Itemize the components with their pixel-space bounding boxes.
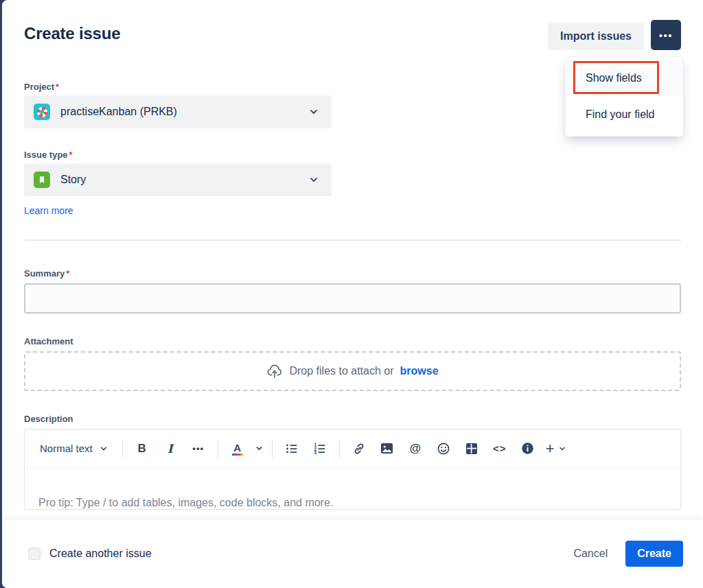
link-button[interactable] bbox=[348, 438, 370, 460]
required-asterisk: * bbox=[69, 150, 73, 160]
page-title: Create issue bbox=[24, 20, 120, 43]
chevron-down-icon bbox=[99, 444, 108, 454]
color-bar-icon bbox=[232, 454, 243, 456]
issue-type-label: Issue type* bbox=[24, 150, 681, 160]
section-divider bbox=[24, 239, 681, 241]
issue-type-select-value: Story bbox=[60, 174, 86, 186]
toolbar-divider bbox=[339, 440, 340, 458]
chevron-down-icon bbox=[308, 174, 319, 185]
info-icon bbox=[521, 442, 534, 455]
chevron-down-icon bbox=[558, 445, 566, 453]
project-select[interactable]: practiseKanban (PRKB) bbox=[24, 95, 332, 128]
project-select-value: practiseKanban (PRKB) bbox=[60, 106, 177, 118]
required-asterisk: * bbox=[66, 268, 69, 279]
description-editor: Normal text B I ••• A bbox=[24, 429, 681, 510]
code-icon: <> bbox=[493, 443, 507, 454]
table-button[interactable] bbox=[461, 438, 483, 460]
chevron-down-icon bbox=[308, 106, 319, 117]
description-input[interactable]: Pro tip: Type / to add tables, images, c… bbox=[25, 468, 680, 510]
text-format-overflow-button[interactable]: ••• bbox=[187, 438, 209, 460]
create-another-label: Create another issue bbox=[49, 548, 152, 560]
mention-button[interactable]: @ bbox=[404, 438, 426, 460]
chevron-down-icon bbox=[255, 444, 264, 453]
mention-icon: @ bbox=[409, 442, 421, 456]
svg-text:3: 3 bbox=[314, 450, 316, 455]
story-icon bbox=[34, 172, 50, 188]
italic-icon: I bbox=[168, 442, 173, 456]
create-button[interactable]: Create bbox=[625, 541, 683, 567]
toolbar-divider bbox=[122, 440, 123, 458]
text-color-icon: A bbox=[233, 443, 241, 452]
ellipsis-icon: ••• bbox=[659, 30, 673, 41]
insert-more-button[interactable]: + bbox=[545, 438, 567, 460]
issue-type-select[interactable]: Story bbox=[24, 163, 332, 196]
modal-header: Create issue Import issues ••• bbox=[24, 0, 681, 50]
plus-icon: + bbox=[546, 440, 555, 458]
editor-toolbar: Normal text B I ••• A bbox=[25, 430, 680, 468]
header-actions: Import issues ••• bbox=[548, 20, 681, 50]
numbered-list-button[interactable]: 123 bbox=[309, 438, 331, 460]
bullet-list-button[interactable] bbox=[281, 438, 303, 460]
ellipsis-icon: ••• bbox=[192, 443, 204, 454]
code-block-button[interactable]: <> bbox=[489, 438, 511, 460]
emoji-button[interactable] bbox=[433, 438, 454, 460]
browse-link[interactable]: browse bbox=[400, 365, 439, 377]
attachment-dropzone[interactable]: Drop files to attach or browse bbox=[24, 351, 681, 391]
create-issue-modal: Create issue Import issues ••• Project* … bbox=[2, 0, 703, 588]
required-asterisk: * bbox=[56, 82, 59, 92]
menu-item-find-your-field[interactable]: Find your field bbox=[565, 96, 683, 132]
more-options-button[interactable]: ••• bbox=[651, 20, 681, 50]
editor-placeholder: Pro tip: Type / to add tables, images, c… bbox=[38, 497, 333, 508]
info-panel-button[interactable] bbox=[517, 438, 539, 460]
text-style-dropdown[interactable]: Normal text bbox=[34, 438, 114, 460]
menu-item-show-fields[interactable]: Show fields bbox=[565, 60, 683, 96]
description-label: Description bbox=[24, 414, 681, 424]
create-another-checkbox[interactable] bbox=[28, 548, 41, 560]
toolbar-divider bbox=[218, 440, 218, 458]
attachment-label: Attachment bbox=[24, 336, 681, 346]
numbered-list-icon: 123 bbox=[314, 443, 326, 455]
modal-footer: Create another issue Cancel Create bbox=[2, 519, 703, 588]
link-icon bbox=[352, 442, 366, 456]
italic-button[interactable]: I bbox=[159, 438, 181, 460]
import-issues-button[interactable]: Import issues bbox=[548, 23, 644, 50]
table-icon bbox=[465, 443, 478, 455]
more-options-menu: Show fields Find your field bbox=[565, 57, 683, 137]
image-icon bbox=[380, 442, 393, 455]
summary-input[interactable] bbox=[24, 283, 681, 314]
bold-button[interactable]: B bbox=[131, 438, 153, 460]
learn-more-link[interactable]: Learn more bbox=[24, 205, 73, 216]
project-avatar-icon bbox=[34, 104, 50, 120]
bullet-list-icon bbox=[286, 443, 298, 455]
summary-label: Summary* bbox=[24, 268, 681, 279]
cancel-button[interactable]: Cancel bbox=[573, 548, 608, 560]
bold-icon: B bbox=[138, 442, 146, 456]
cloud-upload-icon bbox=[266, 364, 283, 379]
image-button[interactable] bbox=[376, 438, 398, 460]
toolbar-divider bbox=[272, 440, 273, 458]
emoji-icon bbox=[437, 442, 450, 456]
dropzone-text: Drop files to attach or bbox=[289, 365, 393, 377]
text-color-button[interactable]: A bbox=[227, 438, 249, 460]
